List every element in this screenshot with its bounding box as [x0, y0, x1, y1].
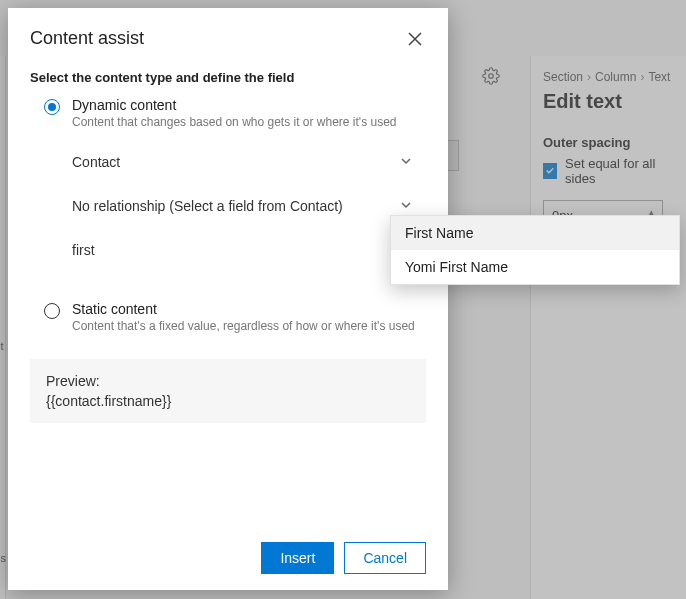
dynamic-content-title: Dynamic content	[72, 97, 426, 113]
relationship-select[interactable]: No relationship (Select a field from Con…	[72, 185, 422, 227]
dynamic-content-desc: Content that changes based on who gets i…	[72, 115, 426, 129]
static-content-title: Static content	[72, 301, 426, 317]
autocomplete-dropdown: First Name Yomi First Name	[390, 215, 680, 285]
static-content-desc: Content that's a fixed value, regardless…	[72, 319, 426, 333]
chevron-down-icon	[400, 198, 412, 214]
preview-value: {{contact.firstname}}	[46, 393, 410, 409]
field-search-input[interactable]	[72, 242, 412, 258]
preview-label: Preview:	[46, 373, 410, 389]
dropdown-item[interactable]: Yomi First Name	[391, 250, 679, 284]
cancel-button[interactable]: Cancel	[344, 542, 426, 574]
chevron-down-icon	[400, 154, 412, 170]
radio-static-content[interactable]	[44, 303, 60, 319]
insert-button[interactable]: Insert	[261, 542, 334, 574]
modal-subtitle: Select the content type and define the f…	[30, 70, 426, 85]
content-assist-modal: Content assist Select the content type a…	[8, 8, 448, 590]
modal-title: Content assist	[30, 28, 144, 49]
preview-box: Preview: {{contact.firstname}}	[30, 359, 426, 423]
radio-dynamic-content[interactable]	[44, 99, 60, 115]
dropdown-item[interactable]: First Name	[391, 216, 679, 250]
close-icon[interactable]	[404, 28, 426, 54]
entity-select[interactable]: Contact	[72, 141, 422, 183]
